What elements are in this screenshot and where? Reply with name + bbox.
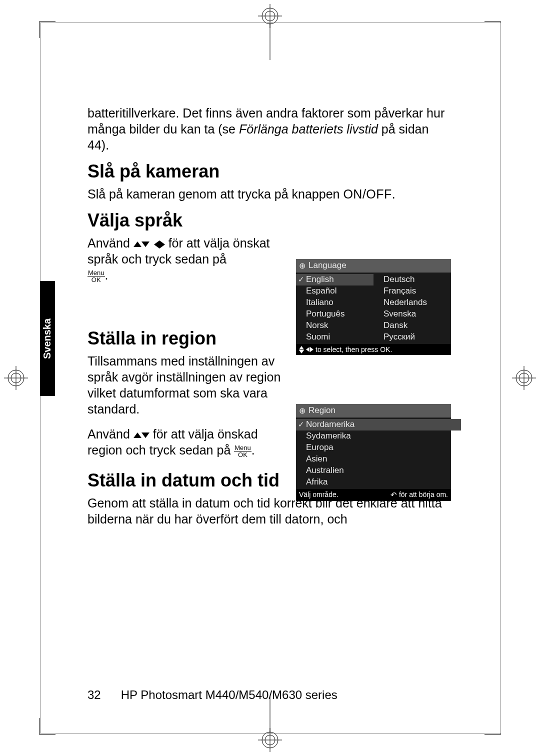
registration-mark-right — [512, 366, 536, 390]
lang-option-dansk: Dansk — [374, 320, 451, 332]
globe-icon: ⊕ — [299, 260, 306, 272]
lang-option-nederlands: Nederlands — [374, 297, 451, 308]
region-footer-b: för att börja om. — [399, 490, 448, 500]
region-option-sydamerika: Sydamerika — [296, 430, 461, 442]
globe-icon: ⊕ — [299, 406, 306, 416]
region-paragraph-2: Använd för att välja önskad region och t… — [88, 426, 288, 458]
updown-nav-icon — [299, 346, 304, 354]
lang-option-norsk: Norsk — [296, 320, 374, 332]
menu-ok-icon: MenuOK — [234, 444, 252, 458]
lang-option-russian: Русский — [374, 332, 451, 343]
down-arrow-icon — [142, 432, 150, 438]
registration-mark-left — [4, 366, 28, 390]
language-paragraph: Använd för att välja önskat språk och tr… — [88, 235, 288, 283]
language-menu-title: Language — [308, 260, 346, 272]
right-arrow-icon — [160, 240, 165, 248]
lang-option-portugues: Português — [296, 308, 374, 320]
region-option-nordamerika: Nordamerika — [296, 419, 461, 430]
region-option-afrika: Afrika — [296, 476, 461, 488]
left-arrow-icon — [154, 240, 160, 248]
intro-paragraph: batteritillverkare. Det finns även andra… — [88, 105, 452, 153]
series-label: HP Photosmart M440/M540/M630 series — [121, 688, 338, 702]
power-paragraph: Slå på kameran genom att trycka på knapp… — [88, 186, 452, 202]
region-menu-screenshot: ⊕Region Nordamerika Sydamerika Europa As… — [296, 404, 451, 501]
menu-ok-icon: MenuOK — [88, 270, 105, 283]
region-option-australien: Australien — [296, 465, 461, 476]
lang-option-espanol: Español — [296, 286, 374, 297]
lang-option-francais: Français — [374, 286, 451, 297]
language-footer-text: to select, then press OK. — [316, 345, 392, 354]
down-arrow-icon — [142, 242, 150, 247]
region-footer-a: Välj område. — [299, 490, 338, 500]
up-arrow-icon — [134, 432, 142, 438]
lang-option-svenska: Svenska — [374, 308, 451, 320]
lang-option-deutsch: Deutsch — [374, 274, 451, 286]
leftright-nav-icon — [306, 347, 314, 352]
lang-option-suomi: Suomi — [296, 332, 374, 343]
region-menu-title: Region — [308, 405, 336, 416]
language-side-tab: Svenska — [40, 281, 55, 396]
region-paragraph-1: Tillsammans med inställningen av språk a… — [88, 353, 288, 417]
back-icon — [390, 490, 397, 500]
language-menu-screenshot: ⊕Language EnglishDeutsch EspañolFrançais… — [296, 259, 451, 355]
region-option-asien: Asien — [296, 454, 461, 465]
heading-language: Välja språk — [88, 209, 452, 232]
heading-power-on: Slå på kameran — [88, 160, 452, 183]
lang-option-english: English — [296, 274, 374, 286]
up-arrow-icon — [134, 242, 142, 247]
lang-option-italiano: Italiano — [296, 297, 374, 308]
region-option-europa: Europa — [296, 442, 461, 454]
page-number: 32 — [88, 688, 101, 702]
